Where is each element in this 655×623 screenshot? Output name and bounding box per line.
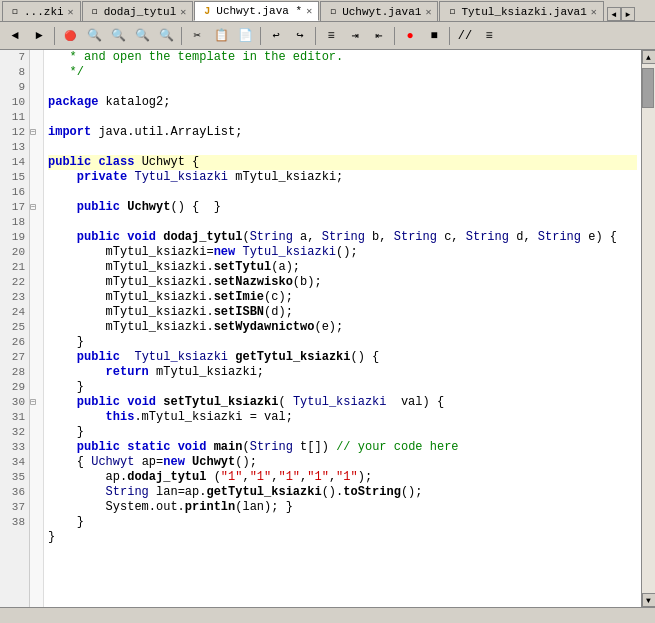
code-line-32: } <box>48 425 637 440</box>
tab-uchwyt1-label: Uchwyt.java1 <box>342 6 421 18</box>
tab-uchwyt-close[interactable]: ✕ <box>306 5 312 17</box>
copy-button[interactable]: 📋 <box>210 25 232 47</box>
vertical-scrollbar[interactable]: ▲ ▼ <box>641 50 655 607</box>
code-line-18 <box>48 215 637 230</box>
sep3 <box>260 27 261 45</box>
comment-button[interactable]: // <box>454 25 476 47</box>
scroll-up[interactable]: ▲ <box>642 50 656 64</box>
search-button[interactable]: 🔍 <box>83 25 105 47</box>
stop-button[interactable]: ■ <box>423 25 445 47</box>
sep4 <box>315 27 316 45</box>
sep2 <box>181 27 182 45</box>
tab-bar: ◻ ...zki ✕ ◻ dodaj_tytul ✕ J Uchwyt.java… <box>0 0 655 22</box>
tab-uchwyt[interactable]: J Uchwyt.java * ✕ <box>194 1 319 21</box>
code-line-28: return mTytul_ksiazki; <box>48 365 637 380</box>
code-line-27: public Tytul_ksiazki getTytul_ksiazki() … <box>48 350 637 365</box>
code-line-10: package katalog2; <box>48 95 637 110</box>
forward-button[interactable]: ► <box>28 25 50 47</box>
code-line-39: } <box>48 530 637 545</box>
code-line-14: public class Uchwyt { <box>48 155 637 170</box>
tab-dodaj[interactable]: ◻ dodaj_tytul ✕ <box>82 1 194 21</box>
tab-dodaj-icon: ◻ <box>89 6 101 18</box>
tab-zki-icon: ◻ <box>9 6 21 18</box>
tab-scroll-right[interactable]: ► <box>621 7 635 21</box>
code-line-21: mTytul_ksiazki.setTytul(a); <box>48 260 637 275</box>
code-line-12: import java.util.ArrayList; <box>48 125 637 140</box>
code-line-23: mTytul_ksiazki.setImie(c); <box>48 290 637 305</box>
code-line-17: public Uchwyt() { } <box>48 200 637 215</box>
code-line-7: * and open the template in the editor. <box>48 50 637 65</box>
toolbar: ◄ ► 🔴 🔍 🔍 🔍 🔍 ✂ 📋 📄 ↩ ↪ ≡ ⇥ ⇤ ● ■ // ≡ <box>0 22 655 50</box>
code-line-30: public void setTytul_ksiazki( Tytul_ksia… <box>48 395 637 410</box>
code-line-16 <box>48 185 637 200</box>
tab-tytul-label: Tytul_ksiazki.java1 <box>461 6 586 18</box>
tab-uchwyt1-icon: ◻ <box>327 6 339 18</box>
tab-dodaj-label: dodaj_tytul <box>104 6 177 18</box>
code-line-24: mTytul_ksiazki.setISBN(d); <box>48 305 637 320</box>
code-line-26: } <box>48 335 637 350</box>
tab-zki-label: ...zki <box>24 6 64 18</box>
tab-zki[interactable]: ◻ ...zki ✕ <box>2 1 81 21</box>
search-prev-button[interactable]: 🔍 <box>131 25 153 47</box>
tab-tytul-close[interactable]: ✕ <box>591 6 597 18</box>
status-bar <box>0 607 655 623</box>
format-button[interactable]: ≡ <box>320 25 342 47</box>
code-line-31: this.mTytul_ksiazki = val; <box>48 410 637 425</box>
code-line-38: } <box>48 515 637 530</box>
code-line-36: String lan=ap.getTytul_ksiazki().toStrin… <box>48 485 637 500</box>
code-line-20: mTytul_ksiazki=new Tytul_ksiazki(); <box>48 245 637 260</box>
tab-uchwyt1[interactable]: ◻ Uchwyt.java1 ✕ <box>320 1 438 21</box>
line-numbers: 7 8 9 10 11 12 13 14 15 16 17 18 19 20 2… <box>0 50 30 607</box>
tab-uchwyt1-close[interactable]: ✕ <box>425 6 431 18</box>
code-line-22: mTytul_ksiazki.setNazwisko(b); <box>48 275 637 290</box>
code-line-34: { Uchwyt ap=new Uchwyt(); <box>48 455 637 470</box>
tab-scroll-left[interactable]: ◄ <box>607 7 621 21</box>
code-line-8: */ <box>48 65 637 80</box>
collapse-column: ⊟ ⊟ ⊟ <box>30 50 44 607</box>
cut-button[interactable]: ✂ <box>186 25 208 47</box>
tab-uchwyt-icon: J <box>201 5 213 17</box>
code-line-25: mTytul_ksiazki.setWydawnictwo(e); <box>48 320 637 335</box>
redo-button[interactable]: ↪ <box>289 25 311 47</box>
search-word-button[interactable]: 🔍 <box>155 25 177 47</box>
tab-zki-close[interactable]: ✕ <box>68 6 74 18</box>
code-line-35: ap.dodaj_tytul ("1","1","1","1","1"); <box>48 470 637 485</box>
sep5 <box>394 27 395 45</box>
code-line-13 <box>48 140 637 155</box>
code-line-29: } <box>48 380 637 395</box>
align-button[interactable]: ≡ <box>478 25 500 47</box>
scroll-thumb[interactable] <box>642 68 654 108</box>
indent-button[interactable]: ⇥ <box>344 25 366 47</box>
tab-tytul-icon: ◻ <box>446 6 458 18</box>
tab-dodaj-close[interactable]: ✕ <box>180 6 186 18</box>
search-next-button[interactable]: 🔍 <box>107 25 129 47</box>
code-line-33: public static void main(String t[]) // y… <box>48 440 637 455</box>
paste-button[interactable]: 📄 <box>234 25 256 47</box>
back-button[interactable]: ◄ <box>4 25 26 47</box>
code-editor[interactable]: * and open the template in the editor. *… <box>44 50 641 607</box>
code-line-15: private Tytul_ksiazki mTytul_ksiazki; <box>48 170 637 185</box>
code-line-37: System.out.println(lan); } <box>48 500 637 515</box>
toggle-breakpoint-button[interactable]: 🔴 <box>59 25 81 47</box>
code-line-19: public void dodaj_tytul(String a, String… <box>48 230 637 245</box>
sep1 <box>54 27 55 45</box>
undo-button[interactable]: ↩ <box>265 25 287 47</box>
editor-container: 7 8 9 10 11 12 13 14 15 16 17 18 19 20 2… <box>0 50 655 607</box>
tab-tytul[interactable]: ◻ Tytul_ksiazki.java1 ✕ <box>439 1 603 21</box>
sep6 <box>449 27 450 45</box>
scroll-down[interactable]: ▼ <box>642 593 656 607</box>
code-line-9 <box>48 80 637 95</box>
outdent-button[interactable]: ⇤ <box>368 25 390 47</box>
code-line-11 <box>48 110 637 125</box>
run-button[interactable]: ● <box>399 25 421 47</box>
tab-uchwyt-label: Uchwyt.java * <box>216 5 302 17</box>
